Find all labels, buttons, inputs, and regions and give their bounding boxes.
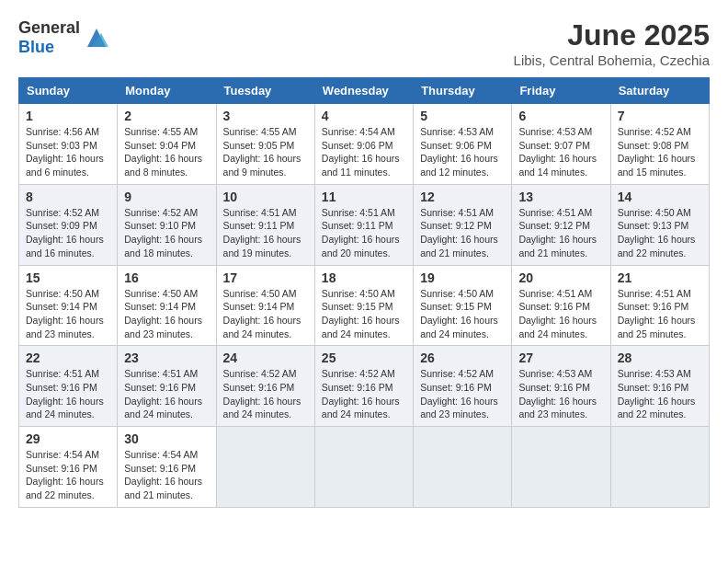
day-number: 5 [420, 109, 505, 123]
day-number: 12 [420, 190, 505, 204]
calendar-cell: 27 Sunrise: 4:53 AMSunset: 9:16 PMDaylig… [512, 346, 610, 427]
day-number: 23 [124, 350, 209, 365]
day-number: 30 [124, 431, 209, 446]
calendar-cell: 12 Sunrise: 4:51 AMSunset: 9:12 PMDaylig… [414, 184, 512, 265]
calendar-cell [610, 427, 709, 508]
day-number: 9 [124, 190, 209, 204]
day-number: 28 [618, 350, 702, 365]
day-number: 3 [223, 109, 308, 123]
col-header-sunday: Sunday [19, 78, 118, 104]
day-info: Sunrise: 4:53 AMSunset: 9:16 PMDaylight:… [518, 368, 597, 419]
calendar-cell: 28 Sunrise: 4:53 AMSunset: 9:16 PMDaylig… [610, 346, 709, 427]
day-info: Sunrise: 4:50 AMSunset: 9:15 PMDaylight:… [322, 288, 400, 339]
calendar-cell: 4 Sunrise: 4:54 AMSunset: 9:06 PMDayligh… [314, 104, 413, 185]
calendar-cell: 21 Sunrise: 4:51 AMSunset: 9:16 PMDaylig… [610, 265, 709, 346]
day-number: 15 [26, 270, 110, 285]
calendar-cell: 29 Sunrise: 4:54 AMSunset: 9:16 PMDaylig… [19, 427, 118, 508]
calendar-header-row: SundayMondayTuesdayWednesdayThursdayFrid… [19, 78, 710, 104]
day-number: 20 [518, 270, 603, 285]
day-number: 21 [618, 270, 702, 285]
calendar-cell [216, 427, 314, 508]
day-info: Sunrise: 4:51 AMSunset: 9:16 PMDaylight:… [518, 288, 597, 339]
calendar-cell: 1 Sunrise: 4:56 AMSunset: 9:03 PMDayligh… [19, 104, 118, 185]
day-info: Sunrise: 4:50 AMSunset: 9:13 PMDaylight:… [618, 207, 696, 259]
calendar-cell [414, 427, 512, 508]
calendar-week-4: 22 Sunrise: 4:51 AMSunset: 9:16 PMDaylig… [19, 346, 710, 427]
day-number: 6 [518, 109, 603, 123]
day-number: 26 [420, 350, 505, 365]
calendar-cell: 9 Sunrise: 4:52 AMSunset: 9:10 PMDayligh… [118, 184, 216, 265]
calendar-cell: 20 Sunrise: 4:51 AMSunset: 9:16 PMDaylig… [512, 265, 610, 346]
day-info: Sunrise: 4:52 AMSunset: 9:10 PMDaylight:… [124, 207, 202, 259]
day-number: 25 [322, 350, 406, 365]
day-info: Sunrise: 4:53 AMSunset: 9:06 PMDaylight:… [420, 126, 498, 178]
title-block: June 2025 Libis, Central Bohemia, Czechi… [514, 18, 710, 68]
month-year: June 2025 [514, 18, 710, 52]
day-info: Sunrise: 4:54 AMSunset: 9:16 PMDaylight:… [26, 449, 104, 500]
calendar-week-5: 29 Sunrise: 4:54 AMSunset: 9:16 PMDaylig… [19, 427, 710, 508]
day-info: Sunrise: 4:53 AMSunset: 9:07 PMDaylight:… [518, 126, 597, 178]
day-number: 11 [322, 190, 406, 204]
calendar-table: SundayMondayTuesdayWednesdayThursdayFrid… [18, 77, 710, 508]
day-info: Sunrise: 4:50 AMSunset: 9:14 PMDaylight:… [26, 288, 104, 339]
day-info: Sunrise: 4:51 AMSunset: 9:12 PMDaylight:… [420, 207, 498, 259]
calendar-cell [314, 427, 413, 508]
day-number: 10 [223, 190, 308, 204]
calendar-cell: 3 Sunrise: 4:55 AMSunset: 9:05 PMDayligh… [216, 104, 314, 185]
col-header-wednesday: Wednesday [314, 78, 413, 104]
day-number: 7 [618, 109, 702, 123]
day-number: 4 [322, 109, 406, 123]
calendar-cell: 24 Sunrise: 4:52 AMSunset: 9:16 PMDaylig… [216, 346, 314, 427]
calendar-cell: 5 Sunrise: 4:53 AMSunset: 9:06 PMDayligh… [414, 104, 512, 185]
day-info: Sunrise: 4:50 AMSunset: 9:15 PMDaylight:… [420, 288, 498, 339]
calendar-cell: 25 Sunrise: 4:52 AMSunset: 9:16 PMDaylig… [314, 346, 413, 427]
logo-text: General Blue [18, 18, 80, 57]
logo-icon [83, 24, 110, 52]
day-number: 27 [518, 350, 603, 365]
calendar-cell: 6 Sunrise: 4:53 AMSunset: 9:07 PMDayligh… [512, 104, 610, 185]
day-info: Sunrise: 4:51 AMSunset: 9:16 PMDaylight:… [124, 368, 202, 419]
day-info: Sunrise: 4:53 AMSunset: 9:16 PMDaylight:… [618, 368, 696, 419]
day-info: Sunrise: 4:55 AMSunset: 9:04 PMDaylight:… [124, 126, 202, 178]
day-info: Sunrise: 4:50 AMSunset: 9:14 PMDaylight:… [124, 288, 202, 339]
page-header: General Blue June 2025 Libis, Central Bo… [18, 18, 710, 68]
calendar-cell: 2 Sunrise: 4:55 AMSunset: 9:04 PMDayligh… [118, 104, 216, 185]
day-number: 19 [420, 270, 505, 285]
col-header-thursday: Thursday [414, 78, 512, 104]
day-info: Sunrise: 4:56 AMSunset: 9:03 PMDaylight:… [26, 126, 104, 178]
day-info: Sunrise: 4:52 AMSunset: 9:16 PMDaylight:… [420, 368, 498, 419]
calendar-cell: 22 Sunrise: 4:51 AMSunset: 9:16 PMDaylig… [19, 346, 118, 427]
day-number: 22 [26, 350, 110, 365]
day-number: 16 [124, 270, 209, 285]
day-number: 29 [26, 431, 110, 446]
calendar-cell: 11 Sunrise: 4:51 AMSunset: 9:11 PMDaylig… [314, 184, 413, 265]
calendar-cell: 7 Sunrise: 4:52 AMSunset: 9:08 PMDayligh… [610, 104, 709, 185]
day-number: 13 [518, 190, 603, 204]
day-info: Sunrise: 4:51 AMSunset: 9:16 PMDaylight:… [26, 368, 104, 419]
calendar-cell: 10 Sunrise: 4:51 AMSunset: 9:11 PMDaylig… [216, 184, 314, 265]
day-info: Sunrise: 4:52 AMSunset: 9:16 PMDaylight:… [322, 368, 400, 419]
day-info: Sunrise: 4:52 AMSunset: 9:16 PMDaylight:… [223, 368, 301, 419]
day-number: 24 [223, 350, 308, 365]
day-info: Sunrise: 4:55 AMSunset: 9:05 PMDaylight:… [223, 126, 301, 178]
calendar-cell: 23 Sunrise: 4:51 AMSunset: 9:16 PMDaylig… [118, 346, 216, 427]
location: Libis, Central Bohemia, Czechia [514, 52, 710, 68]
calendar-cell: 30 Sunrise: 4:54 AMSunset: 9:16 PMDaylig… [118, 427, 216, 508]
day-number: 14 [618, 190, 702, 204]
calendar-cell: 17 Sunrise: 4:50 AMSunset: 9:14 PMDaylig… [216, 265, 314, 346]
day-info: Sunrise: 4:52 AMSunset: 9:08 PMDaylight:… [618, 126, 696, 178]
calendar-cell: 26 Sunrise: 4:52 AMSunset: 9:16 PMDaylig… [414, 346, 512, 427]
calendar-cell: 18 Sunrise: 4:50 AMSunset: 9:15 PMDaylig… [314, 265, 413, 346]
day-number: 18 [322, 270, 406, 285]
day-info: Sunrise: 4:54 AMSunset: 9:16 PMDaylight:… [124, 449, 202, 500]
logo-general: General [18, 18, 80, 37]
col-header-friday: Friday [512, 78, 610, 104]
day-info: Sunrise: 4:50 AMSunset: 9:14 PMDaylight:… [223, 288, 301, 339]
calendar-cell: 8 Sunrise: 4:52 AMSunset: 9:09 PMDayligh… [19, 184, 118, 265]
day-info: Sunrise: 4:51 AMSunset: 9:16 PMDaylight:… [618, 288, 696, 339]
calendar-cell: 19 Sunrise: 4:50 AMSunset: 9:15 PMDaylig… [414, 265, 512, 346]
day-info: Sunrise: 4:51 AMSunset: 9:11 PMDaylight:… [223, 207, 301, 259]
logo-blue: Blue [18, 38, 54, 56]
calendar-week-3: 15 Sunrise: 4:50 AMSunset: 9:14 PMDaylig… [19, 265, 710, 346]
calendar-cell: 14 Sunrise: 4:50 AMSunset: 9:13 PMDaylig… [610, 184, 709, 265]
